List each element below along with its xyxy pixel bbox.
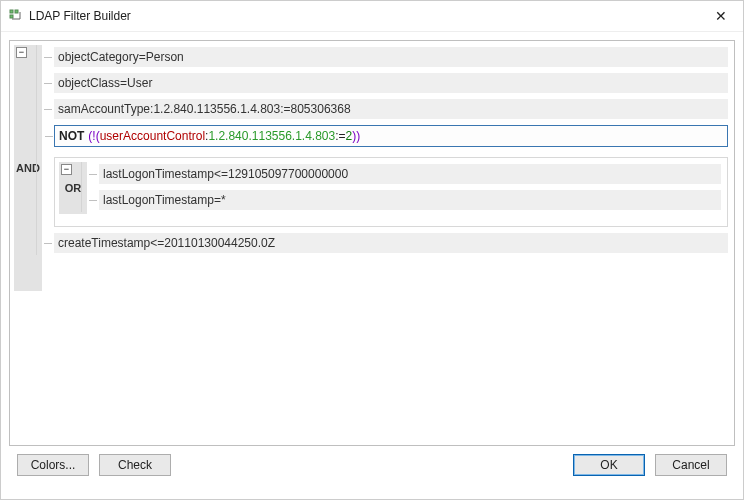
- cancel-button[interactable]: Cancel: [655, 454, 727, 476]
- collapse-toggle-nested[interactable]: −: [61, 164, 72, 175]
- root-operator[interactable]: − AND: [14, 45, 42, 291]
- filter-expression: objectCategory=Person: [58, 50, 184, 64]
- button-bar: Colors... Check OK Cancel: [9, 446, 735, 484]
- titlebar: LDAP Filter Builder ✕: [1, 1, 743, 32]
- filter-row[interactable]: objectClass=User: [54, 73, 728, 93]
- svg-rect-2: [10, 15, 13, 18]
- filter-expression: samAccountType:1.2.840.113556.1.4.803:=8…: [58, 102, 351, 116]
- filter-row[interactable]: objectCategory=Person: [54, 47, 728, 67]
- filter-expression: createTimestamp<=20110130044250.0Z: [58, 236, 275, 250]
- filter-tree: − AND objectCategory=Person objectClass=…: [9, 40, 735, 446]
- filter-row-selected[interactable]: NOT (!(userAccountControl:1.2.840.113556…: [54, 125, 728, 147]
- window: LDAP Filter Builder ✕ − AND objectCatego…: [0, 0, 744, 500]
- not-operator: NOT: [59, 129, 84, 143]
- filter-row[interactable]: createTimestamp<=20110130044250.0Z: [54, 233, 728, 253]
- filter-expression: lastLogonTimestamp<=129105097700000000: [103, 167, 348, 181]
- filter-row[interactable]: lastLogonTimestamp<=129105097700000000: [99, 164, 721, 184]
- collapse-toggle-root[interactable]: −: [16, 47, 27, 58]
- app-icon: [9, 9, 23, 23]
- colors-button[interactable]: Colors...: [17, 454, 89, 476]
- ok-button[interactable]: OK: [573, 454, 645, 476]
- filter-expression: lastLogonTimestamp=*: [103, 193, 226, 207]
- nested-operator-label: OR: [65, 182, 82, 194]
- filter-expression-syntax: (!(userAccountControl:1.2.840.113556.1.4…: [88, 129, 360, 143]
- content: − AND objectCategory=Person objectClass=…: [1, 32, 743, 499]
- svg-rect-0: [10, 10, 13, 13]
- window-title: LDAP Filter Builder: [29, 9, 131, 23]
- filter-expression: objectClass=User: [58, 76, 152, 90]
- filter-row[interactable]: lastLogonTimestamp=*: [99, 190, 721, 210]
- svg-rect-1: [15, 10, 18, 13]
- check-button[interactable]: Check: [99, 454, 171, 476]
- nested-operator[interactable]: − OR: [59, 162, 87, 214]
- nested-group: − OR lastLogonTimestamp<=129105097700000…: [54, 157, 728, 227]
- filter-row[interactable]: samAccountType:1.2.840.113556.1.4.803:=8…: [54, 99, 728, 119]
- close-button[interactable]: ✕: [707, 5, 735, 27]
